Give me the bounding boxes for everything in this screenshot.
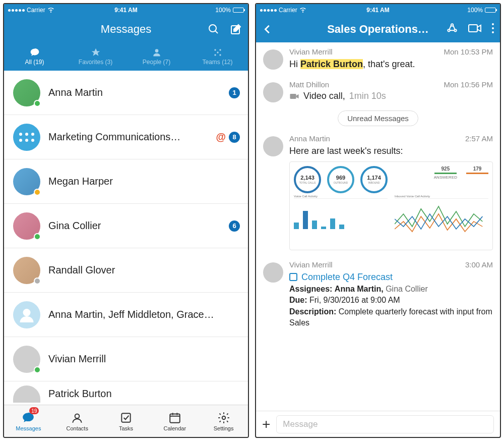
task-checkbox[interactable] <box>289 273 297 281</box>
nav-label: Calendar <box>163 425 186 431</box>
avatar <box>13 79 40 106</box>
presence-icon <box>34 366 41 373</box>
svg-point-3 <box>155 49 158 52</box>
sender-name: Matt Dhillon <box>289 80 329 89</box>
nav-calendar[interactable]: Calendar <box>150 405 199 437</box>
sender-name: Anna Martin <box>289 134 330 143</box>
row-name: Megan Harper <box>48 176 240 187</box>
filter-tabs: All (19) Favorites (3) People (7) Teams … <box>4 42 248 71</box>
video-duration: 1min 10s <box>349 91 386 101</box>
video-call-entry: Video call, 1min 10s <box>289 91 493 101</box>
svg-point-9 <box>23 309 31 316</box>
gauge-inbound: 1,174INBOUND <box>360 166 388 193</box>
page-title: Messages <box>101 23 151 36</box>
status-bar: Carrier 9:41 AM 100% <box>4 4 248 16</box>
nav-settings[interactable]: Settings <box>199 405 248 437</box>
list-item[interactable]: Gina Collier 6 <box>4 204 248 248</box>
unread-divider: Unread Messages <box>338 111 418 126</box>
row-name: Patrick Burton <box>48 388 240 400</box>
svg-point-10 <box>75 414 80 418</box>
list-item[interactable]: Megan Harper <box>4 159 248 204</box>
svg-rect-11 <box>121 413 130 422</box>
list-item[interactable]: Patrick Burton <box>4 381 248 405</box>
members-button[interactable] <box>446 22 459 37</box>
chat-body: Vivian Merrill Mon 10:53 PM Hi Patrick B… <box>256 42 500 411</box>
avatar <box>263 262 283 283</box>
list-item[interactable]: Marketing Communications… @ 8 <box>4 115 248 159</box>
presence-icon <box>34 233 41 240</box>
avatar <box>13 257 40 284</box>
svg-point-23 <box>492 27 494 29</box>
message-time: Mon 10:56 PM <box>444 80 493 89</box>
sender-name: Vivian Merrill <box>289 47 333 56</box>
more-button[interactable] <box>491 22 495 36</box>
avatar <box>13 168 40 195</box>
list-item[interactable]: Anna Martin 1 <box>4 71 248 115</box>
nav-label: Settings <box>214 425 234 431</box>
tab-people[interactable]: People (7) <box>126 42 187 71</box>
message[interactable]: Vivian Merrill 3:00 AM Complete Q4 Forec… <box>256 255 500 334</box>
nav-label: Tasks <box>119 425 133 431</box>
presence-icon <box>34 278 41 285</box>
list-item[interactable]: Randall Glover <box>4 248 248 293</box>
message[interactable]: Anna Martin 2:57 AM Here are last week's… <box>256 129 500 255</box>
phone-messages-list: Carrier 9:41 AM 100% Messages All (19) F… <box>3 3 249 438</box>
svg-point-8 <box>217 51 218 53</box>
bottom-nav: 19 Messages Contacts Tasks Calendar Sett… <box>4 405 248 437</box>
nav-messages[interactable]: 19 Messages <box>4 405 53 437</box>
svg-line-1 <box>215 31 218 33</box>
sender-name: Vivian Merrill <box>289 260 333 269</box>
tab-favorites[interactable]: Favorites (3) <box>65 42 126 71</box>
avatar <box>13 385 40 403</box>
svg-marker-21 <box>477 25 481 31</box>
nav-label: Messages <box>16 425 41 431</box>
row-name: Marketing Communications… <box>48 131 216 143</box>
svg-point-22 <box>492 23 494 25</box>
message-placeholder: Message <box>283 419 318 429</box>
back-button[interactable] <box>262 16 273 42</box>
task-title[interactable]: Complete Q4 Forecast <box>301 271 393 284</box>
add-attachment-button[interactable]: + <box>262 416 270 432</box>
battery-icon <box>485 8 496 13</box>
message-text: Here are last week's results: <box>289 145 493 157</box>
nav-tasks[interactable]: Tasks <box>102 405 151 437</box>
tab-teams[interactable]: Teams (12) <box>187 42 248 71</box>
row-name: Vivian Merrill <box>48 353 240 365</box>
phone-chat: Carrier 9:41 AM 100% Sales Operations… <box>255 3 501 438</box>
unread-badge: 8 <box>229 132 240 143</box>
video-call-button[interactable] <box>468 23 482 36</box>
tab-favorites-label: Favorites (3) <box>79 59 112 66</box>
bar-chart: Voice Call Activity <box>294 198 388 246</box>
list-item[interactable]: Vivian Merrill <box>4 337 248 381</box>
message-input[interactable]: Message <box>276 415 494 433</box>
tab-all-label: All (19) <box>25 59 44 66</box>
gauge-total: 2,143TOTAL CALLS <box>294 166 321 193</box>
dashboard-attachment[interactable]: 2,143TOTAL CALLS 969OUTBOUND 1,174INBOUN… <box>289 161 493 250</box>
svg-point-18 <box>448 29 450 31</box>
list-item[interactable]: Anna Martin, Jeff Middleton, Grace… <box>4 293 248 337</box>
team-avatar <box>13 124 40 151</box>
svg-point-16 <box>222 416 225 419</box>
line-chart: Inbound Voice Call Activity <box>395 198 488 246</box>
avatar <box>13 301 40 328</box>
svg-marker-26 <box>296 94 299 99</box>
svg-point-19 <box>454 29 456 31</box>
conversation-list: Anna Martin 1 Marketing Communications… … <box>4 71 248 405</box>
avatar <box>263 49 283 70</box>
mention-icon: @ <box>216 131 226 143</box>
message[interactable]: Vivian Merrill Mon 10:53 PM Hi Patrick B… <box>256 42 500 75</box>
search-button[interactable] <box>208 16 220 42</box>
svg-point-5 <box>219 49 221 50</box>
nav-contacts[interactable]: Contacts <box>53 405 102 437</box>
message-time: 2:57 AM <box>465 134 493 143</box>
battery-icon <box>233 8 244 13</box>
message-time: 3:00 AM <box>465 260 493 269</box>
presence-icon <box>34 189 41 196</box>
tab-all[interactable]: All (19) <box>4 42 65 71</box>
avatar <box>263 136 283 156</box>
svg-point-4 <box>214 49 216 50</box>
status-time: 9:41 AM <box>4 7 248 14</box>
message[interactable]: Matt Dhillon Mon 10:56 PM Video call, 1m… <box>256 75 500 107</box>
compose-button[interactable] <box>230 16 242 42</box>
nav-badge: 19 <box>29 407 39 414</box>
